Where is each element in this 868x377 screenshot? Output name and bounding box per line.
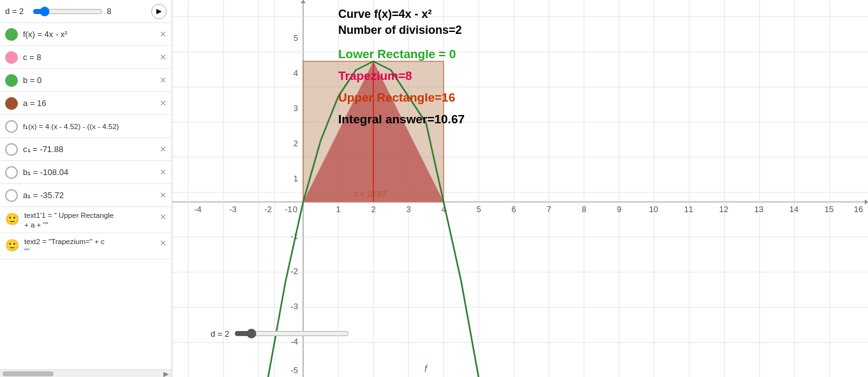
close-fx[interactable]: ✕ <box>160 29 167 39</box>
close-c1[interactable]: ✕ <box>160 144 167 154</box>
dot-fx <box>5 28 18 41</box>
d-slider[interactable] <box>33 6 103 17</box>
label-b: b = 0 <box>23 75 157 85</box>
list-item-a1: a₁ = -35.72 ✕ <box>0 184 172 207</box>
close-a1[interactable]: ✕ <box>160 190 167 200</box>
emoji-text2: 🙂 <box>5 238 19 252</box>
svg-text:7: 7 <box>546 204 551 214</box>
svg-text:-3: -3 <box>229 204 237 214</box>
label-c1: c₁ = -71.88 <box>23 144 157 154</box>
close-c[interactable]: ✕ <box>160 52 167 62</box>
svg-text:14: 14 <box>789 204 798 214</box>
svg-text:16: 16 <box>854 204 863 214</box>
slider-right-val: 8 <box>107 6 111 16</box>
svg-text:-4: -4 <box>194 204 202 214</box>
svg-text:13: 13 <box>754 204 763 214</box>
svg-text:-5: -5 <box>290 365 298 375</box>
c-label-graph: c = 10.67 <box>354 190 386 199</box>
label-fx: f(x) = 4x - x² <box>23 29 157 39</box>
svg-text:12: 12 <box>719 204 728 214</box>
emoji-text1: 🙂 <box>5 212 19 226</box>
d-label: d = 2 <box>5 6 24 16</box>
list-item-text2: 🙂 text2 = "Trapezium=" + c"" ✕ <box>0 233 172 259</box>
svg-text:3: 3 <box>406 204 410 214</box>
list-item-b1: b₁ = -108.04 ✕ <box>0 161 172 184</box>
svg-text:5: 5 <box>476 204 481 214</box>
label-b1: b₁ = -108.04 <box>23 167 157 177</box>
svg-text:15: 15 <box>825 204 834 214</box>
slider-row: d = 2 8 ▶ <box>0 0 172 23</box>
svg-text:5: 5 <box>294 33 298 43</box>
play-button[interactable]: ▶ <box>151 4 167 19</box>
dot-b1 <box>5 166 18 179</box>
left-scrollbar-thumb[interactable] <box>3 371 54 376</box>
list-item-c1: c₁ = -71.88 ✕ <box>0 138 172 161</box>
dot-f1x <box>5 120 18 133</box>
dot-c1 <box>5 143 18 156</box>
left-panel: d = 2 8 ▶ f(x) = 4x - x² ✕ c = 8 ✕ b = 0… <box>0 0 172 377</box>
svg-text:8: 8 <box>581 204 586 214</box>
graph-d-slider[interactable] <box>234 328 349 339</box>
svg-text:2: 2 <box>294 139 298 148</box>
dot-c <box>5 51 18 64</box>
scroll-right-arrow[interactable]: ► <box>161 369 170 378</box>
list-item-a: a = 16 ✕ <box>0 92 172 115</box>
list-item-c: c = 8 ✕ <box>0 46 172 69</box>
graph-svg: -4 -3 -2 -1 1 2 3 4 5 6 7 8 9 10 11 12 1… <box>172 0 868 377</box>
svg-text:-1: -1 <box>285 204 292 214</box>
label-text1: text1'1 = " Upper Rectangle+ a + "" <box>24 211 157 230</box>
dot-a <box>5 97 18 110</box>
label-a: a = 16 <box>23 98 157 108</box>
close-b[interactable]: ✕ <box>160 75 167 85</box>
svg-rect-0 <box>172 0 868 377</box>
close-b1[interactable]: ✕ <box>160 167 167 177</box>
svg-text:6: 6 <box>511 204 516 214</box>
svg-text:2: 2 <box>371 204 375 214</box>
svg-text:3: 3 <box>294 104 298 113</box>
svg-text:1: 1 <box>294 174 298 183</box>
list-item-f1x: f₁(x) = 4 (x - 4.52) - ((x - 4.52) <box>0 115 172 138</box>
svg-text:11: 11 <box>684 204 693 214</box>
dot-a1 <box>5 189 18 202</box>
svg-text:-3: -3 <box>290 302 298 311</box>
svg-text:-2: -2 <box>264 204 272 214</box>
graph-slider-area: d = 2 <box>211 328 349 339</box>
close-text1[interactable]: ✕ <box>160 212 167 222</box>
list-item-fx: f(x) = 4x - x² ✕ <box>0 23 172 46</box>
svg-text:4: 4 <box>294 68 298 78</box>
graph-d-label: d = 2 <box>211 329 229 339</box>
close-text2[interactable]: ✕ <box>160 238 167 248</box>
svg-text:1: 1 <box>336 204 340 214</box>
label-f1x: f₁(x) = 4 (x - 4.52) - ((x - 4.52) <box>23 122 167 131</box>
list-item-b: b = 0 ✕ <box>0 69 172 92</box>
dot-b <box>5 74 18 87</box>
svg-text:10: 10 <box>649 204 658 214</box>
close-a[interactable]: ✕ <box>160 98 167 108</box>
left-scrollbar[interactable]: ► <box>0 369 172 377</box>
label-text2: text2 = "Trapezium=" + c"" <box>24 237 157 256</box>
graph-panel: -4 -3 -2 -1 1 2 3 4 5 6 7 8 9 10 11 12 1… <box>172 0 868 377</box>
label-a1: a₁ = -35.72 <box>23 190 157 200</box>
label-c: c = 8 <box>23 52 157 62</box>
svg-text:9: 9 <box>617 204 621 214</box>
svg-text:0: 0 <box>293 204 297 214</box>
list-item-text1: 🙂 text1'1 = " Upper Rectangle+ a + "" ✕ <box>0 207 172 233</box>
svg-text:-2: -2 <box>290 266 298 276</box>
